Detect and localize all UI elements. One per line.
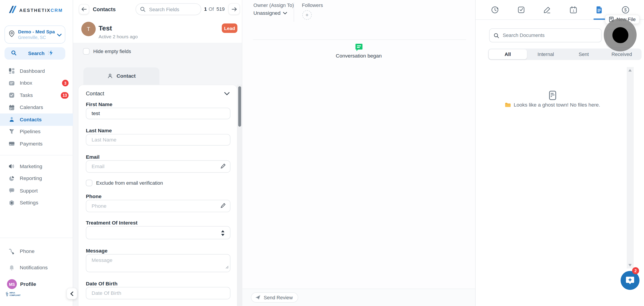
active-tab-underline [594, 19, 605, 20]
phone-input[interactable] [86, 200, 230, 212]
appointments-calendar-icon[interactable]: 1 [569, 5, 578, 14]
documents-empty-state: Looks like a ghost town! No files here. [476, 90, 629, 108]
empty-state-text: Looks like a ghost town! No files here. [514, 102, 600, 108]
new-file-button[interactable]: New File [605, 15, 640, 24]
payments-dollar-icon[interactable]: $ [621, 5, 630, 14]
paper-plane-icon [255, 294, 261, 301]
inbox-icon [9, 80, 15, 86]
owner-label: Owner (Assign To) [253, 3, 294, 8]
hide-empty-fields-label: Hide empty fields [93, 49, 131, 54]
sidebar-item-payments[interactable]: Payments [0, 138, 73, 150]
tasks-check-icon[interactable] [517, 5, 526, 14]
email-input[interactable] [86, 160, 230, 173]
treatment-select[interactable] [86, 226, 230, 239]
location-selector[interactable]: Demo - Med Spa Greenville, SC [4, 26, 65, 44]
sidebar-collapse-button[interactable] [67, 288, 77, 299]
tab-internal[interactable]: Internal [527, 49, 565, 59]
add-follower-button[interactable]: + [302, 10, 312, 20]
caduceus-icon: ⚕ [5, 291, 9, 297]
dashboard-icon [9, 68, 15, 74]
sidebar-item-contacts[interactable]: Contacts [0, 114, 73, 126]
tasks-icon [9, 92, 15, 99]
logo-text: AESTHETIXCRM [19, 8, 63, 13]
search-icon [140, 7, 145, 12]
owner-dropdown[interactable]: Unassigned [253, 10, 287, 16]
person-icon [107, 73, 113, 79]
send-review-button[interactable]: Send Review [251, 292, 298, 303]
app-viewport: AESTHETIXCRM Demo - Med Spa Greenville, … [0, 0, 644, 306]
bell-icon [9, 264, 15, 271]
sidebar-divider-bottom [0, 238, 73, 238]
scroll-up-arrow[interactable] [628, 69, 632, 72]
sidebar-item-profile[interactable]: MS Profile [0, 278, 73, 290]
upload-file-button[interactable] [606, 29, 633, 48]
hide-empty-fields-checkbox[interactable] [83, 48, 90, 55]
tasks-badge: 13 [61, 92, 69, 99]
documents-scrollbar-track[interactable] [627, 67, 634, 268]
sidebar-item-dashboard[interactable]: Dashboard [0, 65, 73, 77]
exclude-verification-row: Exclude from email verification [86, 180, 163, 186]
sidebar-item-inbox[interactable]: Inbox 3 [0, 77, 73, 89]
last-name-label: Last Name [86, 128, 112, 134]
back-button[interactable] [79, 4, 89, 14]
contacts-icon [9, 116, 15, 123]
documents-file-icon[interactable] [595, 5, 604, 14]
inbox-badge: 3 [62, 80, 68, 86]
credit-card-icon [9, 141, 15, 147]
edit-email-icon[interactable] [220, 163, 226, 171]
sidebar-item-pipelines[interactable]: Pipelines [0, 126, 73, 138]
first-name-input[interactable] [86, 108, 230, 119]
search-fields-input[interactable] [148, 6, 194, 13]
sidebar-item-support[interactable]: Support [0, 185, 73, 197]
sidebar-item-tasks[interactable]: Tasks 13 [0, 89, 73, 101]
sidebar-nav-secondary: Marketing Reporting Support Settings [0, 160, 73, 209]
panel-title: Contacts [93, 6, 116, 13]
map-pin-icon [8, 30, 15, 39]
scroll-down-arrow[interactable] [628, 264, 632, 266]
profile-avatar: MS [7, 279, 17, 289]
email-label: Email [86, 154, 100, 160]
contact-activity: Active 2 hours ago [98, 34, 138, 39]
sidebar-item-reporting[interactable]: Reporting [0, 173, 73, 185]
lightning-icon [48, 50, 62, 57]
sidebar-item-phone[interactable]: Phone [0, 245, 73, 257]
treatment-label: Treatment Of Interest [86, 220, 138, 226]
tab-contact[interactable]: Contact [84, 67, 160, 85]
contact-scrollbar-thumb[interactable] [238, 86, 241, 127]
svg-text:$: $ [624, 8, 626, 12]
conversation-event: Conversation began [242, 43, 475, 59]
file-plus-icon [609, 16, 614, 22]
phone-icon [9, 248, 15, 254]
sidebar-search[interactable]: Search [4, 47, 65, 60]
exclude-verification-checkbox[interactable] [86, 180, 92, 186]
hipaa-compliant-logo: ⚕ HIPAA COMPLIANT [5, 291, 22, 297]
last-name-input[interactable] [86, 134, 230, 146]
contact-section-header[interactable]: Contact [86, 90, 230, 97]
funnel-icon [9, 129, 15, 135]
sidebar-item-settings[interactable]: Settings [0, 197, 73, 209]
sidebar-item-calendars[interactable]: Calendars [0, 101, 73, 114]
sidebar-divider [0, 155, 73, 155]
chat-bubble-icon [9, 188, 15, 194]
tab-received[interactable]: Received [603, 49, 641, 59]
edit-phone-icon[interactable] [220, 203, 226, 210]
resize-handle-icon[interactable] [226, 263, 229, 271]
sidebar-search-label: Search [28, 51, 45, 56]
pagination-current: 1 [204, 6, 207, 12]
sidebar-item-notifications[interactable]: Notifications [0, 261, 73, 274]
pagination-total: 519 [216, 6, 225, 12]
lead-status-badge[interactable]: Lead [222, 24, 238, 33]
documents-panel: 1 $ New File All Internal Sent Received [475, 0, 644, 306]
tab-all[interactable]: All [489, 49, 527, 59]
megaphone-icon [9, 163, 15, 170]
dob-input[interactable] [86, 287, 230, 299]
calendar-icon [9, 104, 15, 111]
tab-sent[interactable]: Sent [565, 49, 603, 59]
notes-pencil-icon[interactable] [542, 5, 552, 14]
history-icon[interactable] [490, 5, 499, 14]
message-textarea[interactable] [86, 254, 230, 272]
app-logo: AESTHETIXCRM [8, 5, 63, 15]
search-documents-input[interactable] [502, 32, 592, 39]
next-contact-button[interactable] [228, 3, 240, 15]
sidebar-item-marketing[interactable]: Marketing [0, 160, 73, 172]
